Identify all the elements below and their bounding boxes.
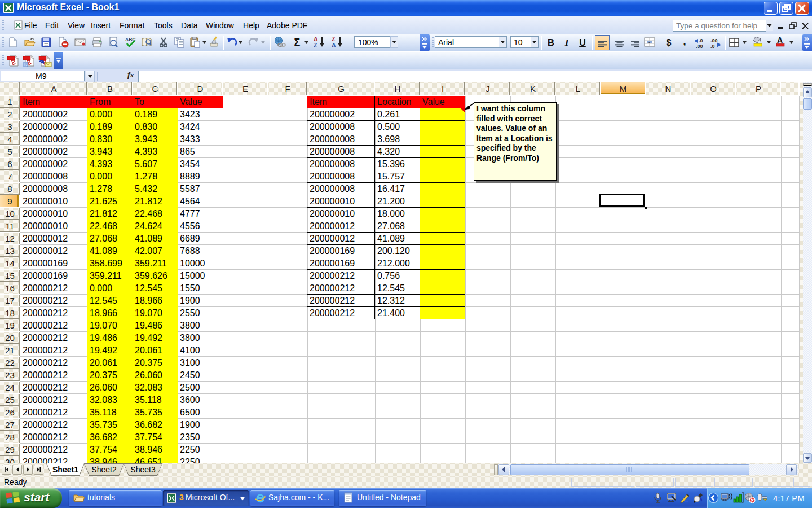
svg-text:.00: .00	[710, 38, 718, 43]
svg-text:Z: Z	[314, 42, 317, 49]
svg-text:A: A	[332, 42, 336, 49]
svg-text:A: A	[777, 36, 783, 45]
svg-text:.00: .00	[696, 43, 703, 49]
svg-text:.0: .0	[699, 38, 703, 43]
svg-text:.0: .0	[710, 43, 715, 49]
